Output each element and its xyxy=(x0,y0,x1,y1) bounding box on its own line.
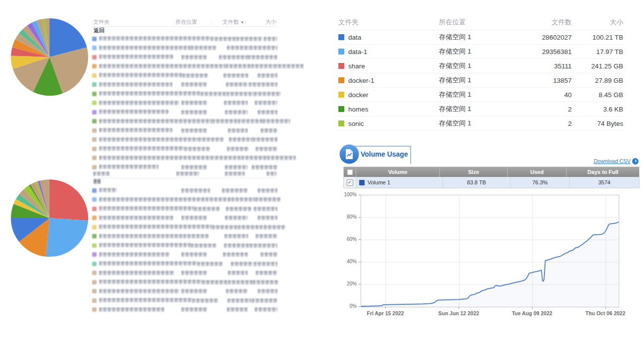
redacted-folder-row[interactable] xyxy=(92,296,277,305)
redacted-location xyxy=(212,225,238,229)
redacted-folder-row[interactable] xyxy=(92,232,277,241)
redacted-folder-row[interactable] xyxy=(92,71,277,80)
redacted-folder-row[interactable] xyxy=(92,269,277,278)
shared-folder-row[interactable]: docker-1存储空间 11385727.89 GB xyxy=(337,73,623,88)
y-axis-label: 20% xyxy=(342,281,357,286)
redacted-folder-row[interactable] xyxy=(92,154,277,163)
folder-color-chip xyxy=(92,298,97,303)
redacted-folder-name xyxy=(99,119,212,123)
shared-folder-row[interactable]: docker存储空间 1408.45 GB xyxy=(337,88,623,102)
folder-color-chip xyxy=(338,34,344,40)
redacted-folder-row[interactable] xyxy=(92,135,277,145)
redacted-folder-row[interactable] xyxy=(92,89,277,99)
redacted-folder-row[interactable] xyxy=(92,305,277,315)
redacted-folder-row[interactable] xyxy=(92,44,277,53)
redacted-filecount xyxy=(224,101,248,105)
column-header-filecount[interactable]: 文件数 xyxy=(513,18,572,27)
redacted-header-folder xyxy=(93,171,110,176)
redacted-folder-row[interactable] xyxy=(92,250,277,260)
x-axis-label: Fri Apr 15 2022 xyxy=(356,310,415,316)
back-row[interactable]: 返回 xyxy=(92,27,277,34)
redacted-filecount xyxy=(223,252,248,257)
volume-table-row[interactable]: ✓ Volume 1 83.8 TB 76.3% 3574 xyxy=(344,177,639,188)
redacted-size xyxy=(274,64,304,68)
redacted-size xyxy=(258,73,277,78)
redacted-location xyxy=(181,55,207,59)
folder-name: sonic xyxy=(348,120,364,127)
shared-folder-row[interactable]: data-1存储空间 12935638117.97 TB xyxy=(337,45,623,59)
redacted-location xyxy=(181,271,207,275)
x-axis-label: Tue Aug 09 2022 xyxy=(502,310,562,316)
folder-color-chip xyxy=(92,188,97,193)
column-header-size[interactable]: 大小 xyxy=(572,18,623,27)
redacted-folder-name xyxy=(99,225,212,229)
redacted-folder-row[interactable] xyxy=(92,99,277,108)
column-header-filecount[interactable]: 文件数 ▼ xyxy=(212,18,245,26)
redacted-folder-row[interactable] xyxy=(92,259,277,269)
shared-folder-row[interactable]: homes存储空间 123.6 KB xyxy=(337,102,623,116)
redacted-folder-row[interactable] xyxy=(92,34,277,44)
redacted-header-filecount xyxy=(225,171,245,176)
redacted-size xyxy=(255,101,277,105)
redacted-filecount xyxy=(227,147,249,151)
shared-folder-row[interactable]: data存储空间 128602027100.21 TB xyxy=(337,30,623,45)
redacted-folder-name xyxy=(99,307,164,312)
redacted-back-row[interactable] xyxy=(92,178,277,186)
sort-desc-icon: ▼ xyxy=(240,20,244,25)
redacted-filecount xyxy=(226,289,248,293)
folder-color-chip xyxy=(338,120,344,126)
redacted-folder-row[interactable] xyxy=(92,204,277,214)
redacted-size xyxy=(254,207,277,211)
column-header-size[interactable]: 大小 xyxy=(246,18,277,26)
download-csv-link[interactable]: Download CSV xyxy=(593,158,631,164)
folder-color-chip xyxy=(92,137,97,142)
select-all-checkbox[interactable] xyxy=(347,170,353,175)
column-header-location[interactable]: 所在位置 xyxy=(174,18,211,26)
redacted-location xyxy=(201,92,226,96)
column-header-folder[interactable]: 文件夹 xyxy=(92,18,174,26)
column-header-location[interactable]: 所在位置 xyxy=(439,18,513,27)
redacted-size xyxy=(250,46,277,50)
redacted-folder-row[interactable] xyxy=(92,195,277,205)
folder-color-chip xyxy=(338,106,344,112)
redacted-folder-row[interactable] xyxy=(92,241,277,250)
redacted-folder-name xyxy=(99,197,206,202)
column-header-folder[interactable]: 文件夹 xyxy=(337,18,439,27)
folder-size: 8.45 GB xyxy=(572,91,623,99)
redacted-folder-row[interactable] xyxy=(92,278,277,287)
redacted-folder-row[interactable] xyxy=(92,126,277,135)
redacted-filecount xyxy=(231,262,253,266)
redacted-filecount xyxy=(225,110,248,114)
redacted-folder-name xyxy=(99,137,198,142)
redacted-header-location xyxy=(176,171,199,176)
pie-chart-top xyxy=(10,17,89,97)
redacted-filecount xyxy=(227,46,250,50)
redacted-location xyxy=(181,165,207,170)
redacted-folder-row[interactable] xyxy=(92,214,277,223)
redacted-location xyxy=(197,262,223,266)
redacted-folder-row[interactable] xyxy=(92,80,277,90)
redacted-filecount xyxy=(238,119,263,123)
folder-color-chip xyxy=(92,64,97,68)
folder-filecount: 40 xyxy=(513,91,572,99)
volume-checkbox[interactable]: ✓ xyxy=(347,179,353,186)
redacted-folder-row[interactable] xyxy=(92,287,277,296)
redacted-location xyxy=(184,147,210,151)
redacted-folder-row[interactable] xyxy=(92,108,277,117)
redacted-location xyxy=(202,280,228,284)
redacted-filecount xyxy=(226,82,248,87)
redacted-location xyxy=(182,73,208,78)
redacted-folder-row[interactable] xyxy=(92,53,277,62)
redacted-size xyxy=(263,119,290,123)
folder-name: data xyxy=(348,34,361,41)
pie-chart-bottom xyxy=(10,178,89,258)
redacted-folder-row[interactable] xyxy=(92,223,277,232)
redacted-folder-row[interactable] xyxy=(92,186,277,195)
shared-folder-row[interactable]: sonic存储空间 1274 Bytes xyxy=(337,116,623,131)
download-csv-icon[interactable] xyxy=(632,158,639,166)
redacted-folder-row[interactable] xyxy=(92,62,277,71)
redacted-folder-row[interactable] xyxy=(92,144,277,154)
shared-folder-row[interactable]: share存储空间 135111241.25 GB xyxy=(337,59,623,73)
pie-slice xyxy=(46,218,88,257)
redacted-folder-row[interactable] xyxy=(92,117,277,126)
